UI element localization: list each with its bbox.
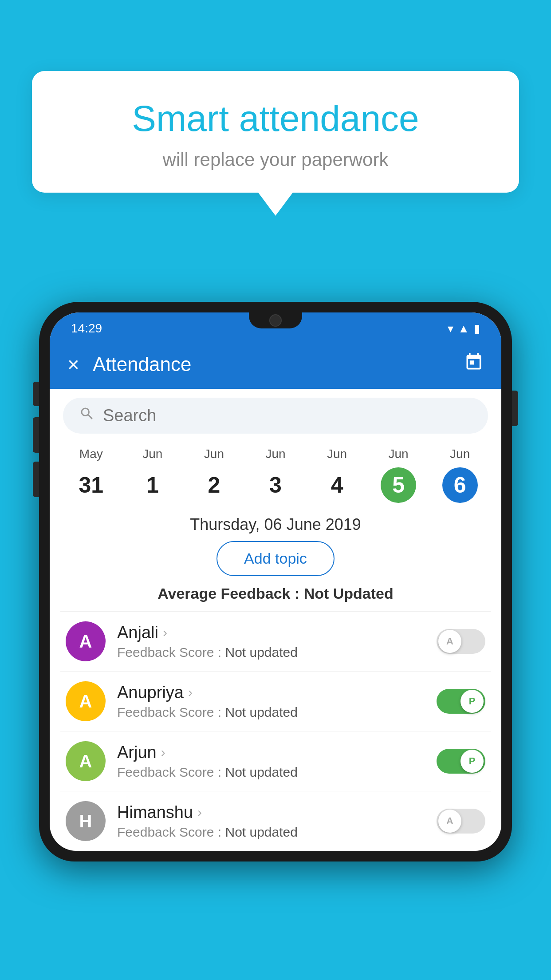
student-name[interactable]: Arjun › (117, 743, 425, 762)
phone-side-btn-left-top (33, 382, 39, 406)
status-time: 14:29 (71, 321, 102, 336)
avg-feedback-value: Not Updated (304, 585, 394, 602)
cal-day-num[interactable]: 5 (381, 467, 416, 503)
battery-icon: ▮ (474, 322, 480, 336)
list-item: H Himanshu › Feedback Score : Not update… (60, 791, 491, 851)
feedback-value: Not updated (225, 765, 297, 779)
toggle-switch[interactable]: A (437, 809, 485, 834)
student-name[interactable]: Himanshu › (117, 803, 425, 822)
calendar-day[interactable]: Jun 3 (258, 447, 293, 503)
student-info: Anupriya › Feedback Score : Not updated (117, 683, 425, 720)
student-name[interactable]: Anjali › (117, 623, 425, 642)
phone-screen: 14:29 ▾ ▲ ▮ × Attendance (50, 312, 501, 851)
calendar-day[interactable]: Jun 1 (135, 447, 170, 503)
student-feedback: Feedback Score : Not updated (117, 765, 425, 780)
avatar: H (66, 801, 106, 841)
cal-day-num[interactable]: 3 (258, 467, 293, 503)
list-item: A Anupriya › Feedback Score : Not update… (60, 671, 491, 731)
cal-month-label: Jun (327, 447, 347, 461)
avatar: A (66, 741, 106, 781)
cal-day-num[interactable]: 1 (135, 467, 170, 503)
close-button[interactable]: × (67, 352, 79, 376)
calendar-day[interactable]: May 31 (73, 447, 109, 503)
student-feedback: Feedback Score : Not updated (117, 645, 425, 660)
calendar-row: May 31 Jun 1 Jun 2 Jun 3 Jun 4 (50, 438, 501, 503)
toggle-knob: P (460, 690, 484, 713)
chevron-right-icon: › (161, 745, 165, 760)
app-bar: × Attendance (50, 340, 501, 389)
search-icon (79, 406, 95, 426)
feedback-value: Not updated (225, 645, 297, 660)
wifi-icon: ▾ (448, 322, 453, 336)
phone-side-btn-right (512, 391, 518, 426)
calendar-day[interactable]: Jun 2 (196, 447, 232, 503)
phone-container: 14:29 ▾ ▲ ▮ × Attendance (39, 302, 512, 980)
list-item: A Anjali › Feedback Score : Not updated … (60, 611, 491, 671)
student-feedback: Feedback Score : Not updated (117, 705, 425, 720)
calendar-day[interactable]: Jun 5 (381, 447, 416, 503)
toggle-knob: A (438, 630, 461, 653)
chevron-right-icon: › (197, 805, 202, 820)
student-info: Arjun › Feedback Score : Not updated (117, 743, 425, 780)
feedback-value: Not updated (225, 705, 297, 719)
list-item: A Arjun › Feedback Score : Not updated P (60, 731, 491, 791)
attendance-toggle[interactable]: A (437, 809, 485, 834)
phone-side-btn-left-mid (33, 417, 39, 453)
phone-notch (249, 312, 302, 328)
student-name[interactable]: Anupriya › (117, 683, 425, 702)
status-icons: ▾ ▲ ▮ (448, 322, 480, 336)
cal-month-label: Jun (389, 447, 409, 461)
attendance-toggle[interactable]: P (437, 689, 485, 714)
cal-day-num[interactable]: 31 (73, 467, 109, 503)
feedback-value: Not updated (225, 825, 297, 839)
toggle-switch[interactable]: P (437, 689, 485, 714)
student-feedback: Feedback Score : Not updated (117, 825, 425, 840)
student-info: Himanshu › Feedback Score : Not updated (117, 803, 425, 840)
attendance-toggle[interactable]: A (437, 629, 485, 654)
speech-bubble-title: Smart attendance (59, 98, 492, 139)
toggle-knob: P (460, 750, 484, 773)
app-title: Attendance (93, 353, 451, 375)
signal-icon: ▲ (458, 322, 469, 336)
phone-side-btn-left-bot (33, 462, 39, 497)
attendance-toggle[interactable]: P (437, 749, 485, 774)
toggle-knob: A (438, 810, 461, 833)
cal-day-num[interactable]: 4 (319, 467, 355, 503)
chevron-right-icon: › (163, 625, 167, 640)
toggle-switch[interactable]: A (437, 629, 485, 654)
speech-bubble-subtitle: will replace your paperwork (59, 149, 492, 170)
cal-month-label: Jun (204, 447, 224, 461)
camera-icon (269, 314, 282, 327)
cal-month-label: May (79, 447, 103, 461)
search-bar[interactable] (63, 398, 488, 434)
calendar-day[interactable]: Jun 4 (319, 447, 355, 503)
avatar: A (66, 621, 106, 661)
cal-month-label: Jun (265, 447, 285, 461)
speech-bubble: Smart attendance will replace your paper… (32, 71, 519, 193)
calendar-day[interactable]: Jun 6 (442, 447, 478, 503)
avg-feedback: Average Feedback : Not Updated (50, 585, 501, 602)
add-topic-button[interactable]: Add topic (216, 541, 335, 576)
cal-month-label: Jun (450, 447, 470, 461)
toggle-switch[interactable]: P (437, 749, 485, 774)
search-input[interactable] (103, 406, 472, 425)
chevron-right-icon: › (188, 685, 193, 700)
cal-month-label: Jun (142, 447, 162, 461)
selected-date: Thursday, 06 June 2019 (50, 503, 501, 541)
calendar-icon[interactable] (464, 352, 484, 376)
phone-outer: 14:29 ▾ ▲ ▮ × Attendance (39, 302, 512, 861)
avg-feedback-label: Average Feedback : (157, 585, 303, 602)
cal-day-num[interactable]: 2 (196, 467, 232, 503)
cal-day-num[interactable]: 6 (442, 467, 478, 503)
student-info: Anjali › Feedback Score : Not updated (117, 623, 425, 660)
student-list: A Anjali › Feedback Score : Not updated … (50, 611, 501, 851)
avatar: A (66, 681, 106, 721)
